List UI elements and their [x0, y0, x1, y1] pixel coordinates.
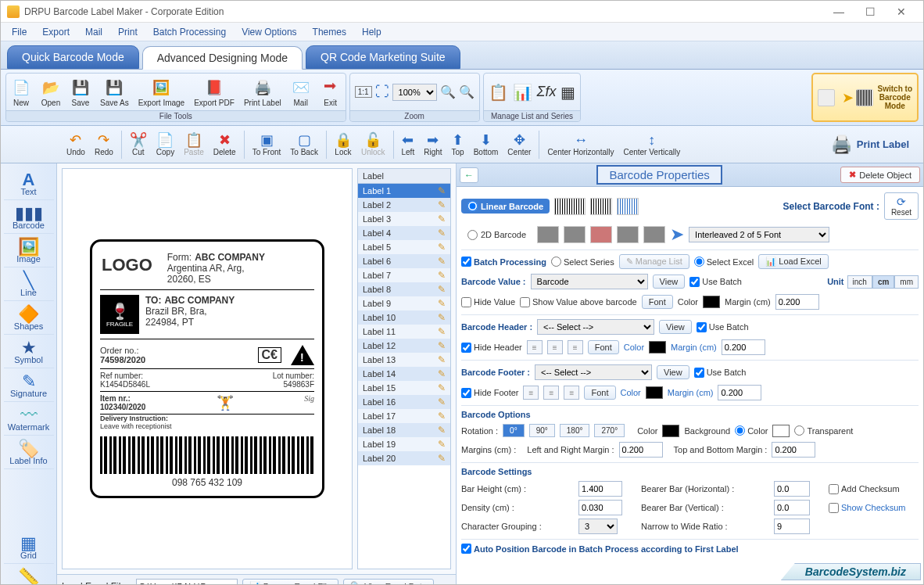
header-align-right[interactable]: ≡ [568, 340, 583, 354]
edit-icon[interactable]: ✎ [438, 284, 446, 295]
2d-style-1[interactable] [537, 226, 559, 243]
2d-style-4[interactable] [617, 226, 639, 243]
align-center-button[interactable]: ✥Center [503, 131, 535, 158]
barcode-color-swatch[interactable] [662, 425, 679, 437]
show-above-checkbox[interactable]: Show Value above barcode [520, 297, 637, 307]
paste-button[interactable]: 📋Paste [179, 131, 209, 158]
show-checksum-checkbox[interactable]: Show Checksum [829, 503, 923, 513]
barcode-value-select[interactable]: Barcode [531, 274, 648, 289]
label-list-row[interactable]: Label 4✎ [358, 226, 450, 240]
tool-labelinfo[interactable]: 🏷️Label Info [4, 436, 54, 469]
zoom-in-icon[interactable]: 🔍 [440, 84, 456, 99]
rot-90[interactable]: 90° [529, 424, 555, 437]
barcode-style-2[interactable] [590, 198, 612, 215]
edit-icon[interactable]: ✎ [438, 411, 446, 422]
select-series-radio[interactable]: Select Series [551, 257, 614, 267]
edit-icon[interactable]: ✎ [438, 368, 446, 379]
edit-icon[interactable]: ✎ [438, 242, 446, 253]
label-list-row[interactable]: Label 10✎ [358, 310, 450, 325]
bearer-v-input[interactable] [774, 500, 810, 515]
hide-value-checkbox[interactable]: Hide Value [461, 297, 515, 307]
print-label-big-button[interactable]: 🖨️Print Label [822, 131, 919, 158]
add-checksum-checkbox[interactable]: Add Checksum [829, 484, 923, 494]
label-preview[interactable]: LOGO Form: ABC COMPANY Argentina AR, Arg… [90, 239, 324, 498]
label-list-row[interactable]: Label 18✎ [358, 423, 450, 437]
label-list-row[interactable]: Label 19✎ [358, 437, 450, 451]
browse-excel-button[interactable]: 📊Browse Excel File [242, 579, 338, 585]
header-view-button[interactable]: View [659, 320, 692, 334]
header-color-swatch[interactable] [649, 341, 666, 354]
header-select[interactable]: <-- Select --> [537, 319, 654, 335]
menu-print[interactable]: Print [110, 24, 145, 40]
label-list-row[interactable]: Label 3✎ [358, 212, 450, 226]
props-back-button[interactable]: ← [460, 167, 478, 183]
select-excel-radio[interactable]: Select Excel [694, 257, 754, 267]
edit-icon[interactable]: ✎ [438, 326, 446, 337]
hide-footer-checkbox[interactable]: Hide Footer [461, 388, 518, 398]
menu-batch[interactable]: Batch Processing [145, 24, 234, 40]
2d-style-2[interactable] [564, 226, 586, 243]
tool-symbol[interactable]: ★Symbol [4, 335, 54, 368]
export-pdf-button[interactable]: 📕Export PDF [189, 76, 239, 109]
label-list-row[interactable]: Label 11✎ [358, 325, 450, 339]
unit-mm[interactable]: mm [894, 275, 919, 289]
use-batch-value-checkbox[interactable]: Use Batch [689, 277, 742, 287]
footer-view-button[interactable]: View [657, 365, 689, 379]
center-v-button[interactable]: ↕Center Vertically [618, 131, 685, 158]
label-list-row[interactable]: Label 5✎ [358, 240, 450, 254]
save-button[interactable]: 💾Save [66, 76, 95, 109]
print-label-button[interactable]: 🖨️Print Label [239, 76, 286, 109]
label-list-row[interactable]: Label 7✎ [358, 268, 450, 282]
edit-icon[interactable]: ✎ [438, 382, 446, 393]
manage-fx-icon[interactable]: Σfx [537, 84, 557, 100]
tool-ruler[interactable]: 📏Ruler [4, 564, 54, 585]
zoom-actual-icon[interactable]: 1:1 [355, 86, 372, 98]
cut-button[interactable]: ✂️Cut [125, 131, 152, 158]
align-left-button[interactable]: ⬅Left [397, 131, 420, 158]
edit-icon[interactable]: ✎ [438, 214, 446, 224]
bg-color-radio[interactable]: Color [735, 425, 768, 436]
2d-barcode-radio[interactable]: 2D Barcode [461, 228, 532, 242]
manage-grid-icon[interactable]: ▦ [560, 83, 575, 102]
view-excel-button[interactable]: 🔍View Excel Data [343, 579, 434, 585]
menu-themes[interactable]: Themes [305, 24, 354, 40]
maximize-button[interactable]: ☐ [854, 3, 886, 20]
bg-transparent-radio[interactable]: Transparent [794, 425, 853, 436]
tab-advanced-mode[interactable]: Advanced Designing Mode [142, 46, 303, 70]
2d-style-5[interactable] [643, 226, 665, 243]
menu-mail[interactable]: Mail [77, 24, 110, 40]
bg-color-swatch[interactable] [772, 425, 790, 437]
header-align-center[interactable]: ≡ [547, 340, 563, 354]
label-list-row[interactable]: Label 9✎ [358, 296, 450, 310]
tool-barcode[interactable]: ▮▮▮Barcode [4, 200, 54, 234]
delete-button[interactable]: ✖Delete [209, 131, 241, 158]
label-list-row[interactable]: Label 15✎ [358, 381, 450, 395]
label-list-row[interactable]: Label 14✎ [358, 367, 450, 381]
new-button[interactable]: 📄New [6, 76, 36, 109]
tool-text[interactable]: AText [4, 167, 54, 200]
edit-icon[interactable]: ✎ [438, 228, 446, 239]
footer-align-right[interactable]: ≡ [564, 386, 579, 400]
switch-barcode-mode-button[interactable]: ➤ Switch toBarcodeMode [811, 73, 919, 122]
rot-180[interactable]: 180° [560, 424, 590, 437]
label-list-row[interactable]: Label 8✎ [358, 282, 450, 296]
unit-cm[interactable]: cm [872, 275, 894, 289]
edit-icon[interactable]: ✎ [438, 312, 446, 323]
zoom-out-icon[interactable]: 🔍 [459, 84, 475, 99]
tool-signature[interactable]: ✎Signature [4, 368, 54, 402]
edit-icon[interactable]: ✎ [438, 453, 446, 464]
footer-color-swatch[interactable] [646, 386, 663, 399]
align-top-button[interactable]: ⬆Top [447, 131, 469, 158]
manage-list-button[interactable]: ✎ Manage List [619, 254, 689, 269]
edit-icon[interactable]: ✎ [438, 397, 446, 407]
saveas-button[interactable]: 💾Save As [95, 76, 134, 109]
reset-button[interactable]: ⟳Reset [884, 192, 919, 220]
value-color-swatch[interactable] [703, 296, 720, 308]
chargroup-select[interactable]: 3 [578, 519, 618, 534]
tool-watermark[interactable]: 〰Watermark [4, 402, 54, 436]
tool-shapes[interactable]: 🔶Shapes [4, 301, 54, 335]
header-use-batch-checkbox[interactable]: Use Batch [697, 322, 749, 332]
tool-image[interactable]: 🖼️Image [4, 234, 54, 267]
label-list-row[interactable]: Label 13✎ [358, 353, 450, 367]
excel-path-input[interactable] [136, 579, 238, 586]
